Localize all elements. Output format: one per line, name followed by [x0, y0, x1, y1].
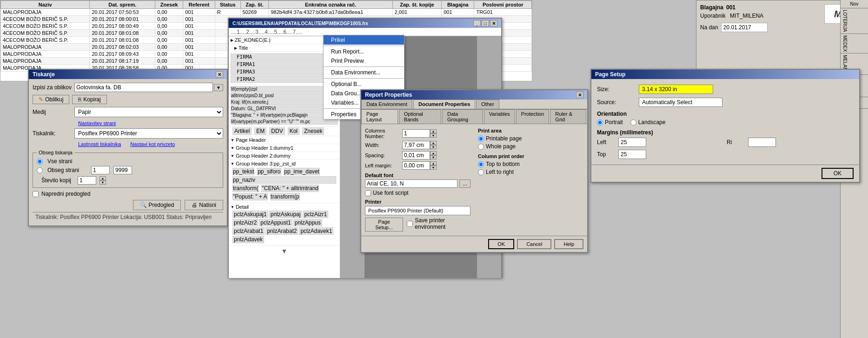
vse-strani-radio[interactable]: [37, 159, 43, 165]
columns-number-input[interactable]: [402, 129, 430, 138]
obseg-strani-radio[interactable]: [37, 167, 43, 173]
ctx-item-optional-b[interactable]: Optional B...: [324, 80, 404, 89]
top-to-bottom-radio[interactable]: [478, 161, 484, 167]
tab2-variables[interactable]: Variables: [484, 109, 515, 124]
report-props-sub-tabs: Page Layout Optional Bands Data Grouping…: [361, 109, 587, 124]
right-margin-input[interactable]: [748, 138, 776, 147]
landscape-radio[interactable]: [630, 119, 636, 126]
ctx-item-print-preview[interactable]: Print Preview: [324, 56, 404, 66]
report-props-cancel-button[interactable]: Cancel: [517, 239, 551, 249]
tab2-protection[interactable]: Protection: [516, 109, 550, 124]
ctx-item-data-env[interactable]: Data Environment...: [324, 68, 404, 77]
na-dan-input[interactable]: [721, 23, 768, 32]
spacing-spinner-btns: ▲ ▼: [430, 151, 437, 159]
frx-gh2-label: Group Header 2:dummy: [236, 153, 291, 159]
nastavitev-strani-link[interactable]: Nastavitev strani: [78, 120, 116, 126]
columns-down-btn[interactable]: ▼: [430, 133, 437, 138]
frx-d-aizr2: pnlzAizr2: [232, 219, 258, 226]
report-props-ok-button[interactable]: OK: [488, 239, 514, 249]
predogled-button[interactable]: 🔍 Predogled: [133, 200, 181, 210]
portrait-radio[interactable]: [597, 119, 603, 126]
frx-page-header-toggle[interactable]: ▼ Page Header: [231, 137, 338, 143]
width-down-btn[interactable]: ▼: [430, 145, 437, 149]
margins-grid: Left Ri Top: [597, 138, 854, 159]
frx-section-ze-header[interactable]: ▶ ZE_KONEC(E.): [231, 37, 338, 43]
left-margin-input[interactable]: [618, 138, 646, 147]
nav-item-loterija[interactable]: LOTERIJA: [841, 8, 868, 34]
top-margin-input[interactable]: [618, 150, 646, 159]
left-to-right-radio[interactable]: [478, 169, 484, 175]
tiskanje-close-button[interactable]: ✕: [216, 71, 223, 78]
tab2-ruler-grid[interactable]: Ruler & Grid: [550, 109, 586, 124]
nastavi-kot-privzeto-link[interactable]: Nastavi kot privzeto: [130, 141, 175, 147]
frx-maximize-button[interactable]: □: [482, 20, 489, 27]
od-input[interactable]: [91, 166, 110, 174]
kopij-down-button[interactable]: ▼: [99, 180, 106, 185]
frx-minimize-button[interactable]: _: [473, 20, 481, 27]
ctx-item-run-report[interactable]: Run Report...: [324, 47, 404, 56]
col-referent: Referent: [183, 1, 215, 9]
portrait-option: Portrait: [597, 119, 623, 126]
printable-page-radio[interactable]: [478, 136, 484, 142]
spacing-up-btn[interactable]: ▲: [430, 151, 437, 155]
columns-up-btn[interactable]: ▲: [430, 129, 437, 133]
width-input[interactable]: [402, 141, 430, 149]
kopij-up-button[interactable]: ▲: [99, 176, 106, 180]
page-setup-ok-button[interactable]: OK: [822, 168, 854, 179]
ps-size-input[interactable]: [639, 85, 713, 94]
page-setup-button[interactable]: Page Setup...: [365, 218, 403, 232]
font-browse-button[interactable]: ...: [459, 179, 470, 188]
table-cell: 4CECOM BOŽO BERIČ S.P.: [1, 30, 90, 37]
report-props-top-tabs: Data Environment Document Properties Oth…: [361, 99, 587, 109]
table-row[interactable]: MALOPRODAJA20.01.2017 07:50:530,00001R50…: [1, 9, 532, 16]
tab2-page-layout[interactable]: Page Layout: [361, 109, 398, 124]
frx-gh3-toggle[interactable]: ▼ Group Header 3:pp_zst_id: [231, 161, 338, 166]
left-margin-input[interactable]: [402, 161, 430, 170]
report-props-help-button[interactable]: Help: [554, 239, 583, 249]
natisni-button[interactable]: 🖨 Natisni: [185, 200, 223, 210]
width-up-btn[interactable]: ▲: [430, 141, 437, 145]
frx-gh1-toggle[interactable]: ▼ Group Header 1:dummy1: [231, 145, 338, 151]
frx-close-button[interactable]: ✕: [490, 20, 497, 27]
tab-data-env[interactable]: Data Environment: [361, 99, 412, 109]
save-printer-env-checkbox[interactable]: [407, 221, 413, 227]
frx-detail-toggle[interactable]: ▼ Detail: [231, 204, 338, 210]
frx-section-title-header[interactable]: ▶ Title: [231, 45, 338, 51]
spacing-input[interactable]: [402, 151, 430, 159]
izpisi-row: Izpisi za oblikov ▼: [33, 83, 223, 92]
stevilo-kopij-input[interactable]: [78, 176, 96, 185]
ps-source-input[interactable]: [639, 98, 722, 107]
spacing-spinner: ▲ ▼: [402, 151, 437, 159]
frx-gh2-toggle[interactable]: ▼ Group Header 2:dummy: [231, 153, 338, 159]
spacing-down-btn[interactable]: ▼: [430, 155, 437, 159]
font-input[interactable]: [365, 179, 457, 188]
report-props-close-button[interactable]: ✕: [576, 92, 583, 98]
left-margin-down-btn[interactable]: ▼: [430, 166, 437, 170]
frx-gh1-label: Group Header 1:dummy1: [236, 145, 293, 151]
table-cell: 001: [183, 58, 215, 65]
nav-item-nov[interactable]: Nov: [841, 0, 868, 8]
tab2-data-grouping[interactable]: Data Grouping: [442, 109, 483, 124]
table-cell: R: [215, 9, 241, 16]
frx-section-ze-label: ZE_KONEC(E.): [235, 37, 271, 43]
top-to-bottom-row: Top to bottom: [478, 161, 583, 167]
nav-item-medex[interactable]: MEDEX: [841, 34, 868, 54]
whole-page-radio[interactable]: [478, 144, 484, 150]
izpisi-input[interactable]: [74, 83, 213, 92]
medij-select[interactable]: Papir: [74, 107, 223, 117]
izpisi-dropdown-button[interactable]: ▼: [214, 84, 223, 91]
napredni-predogled-checkbox[interactable]: [33, 191, 39, 197]
tiskalnik-select[interactable]: Posiflex PP6900 Printer: [74, 128, 223, 139]
lastnosti-tiskalnika-link[interactable]: Lastnosti tiskalnika: [78, 141, 121, 147]
tab-doc-props[interactable]: Document Properties: [413, 99, 475, 109]
use-font-script-checkbox[interactable]: [365, 190, 371, 196]
oblilkuj-button[interactable]: ✎ Oblilkuj: [33, 95, 69, 104]
left-margin-up-btn[interactable]: ▲: [430, 161, 437, 166]
tab-other[interactable]: Other: [476, 99, 499, 109]
ctx-item-prikel[interactable]: Prikel: [324, 35, 404, 45]
do-input[interactable]: [113, 166, 132, 174]
kopiraj-button[interactable]: ⎘ Kopiraj: [72, 95, 106, 104]
tab2-optional-bands[interactable]: Optional Bands: [399, 109, 441, 124]
report-props-footer: OK Cancel Help: [361, 236, 587, 252]
table-cell: 001: [442, 9, 474, 16]
